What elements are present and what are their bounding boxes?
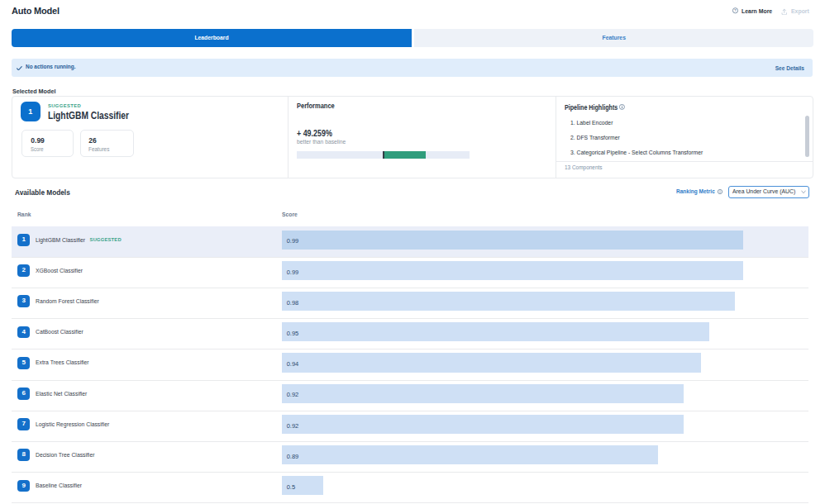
svg-text:?: ?: [734, 8, 737, 12]
